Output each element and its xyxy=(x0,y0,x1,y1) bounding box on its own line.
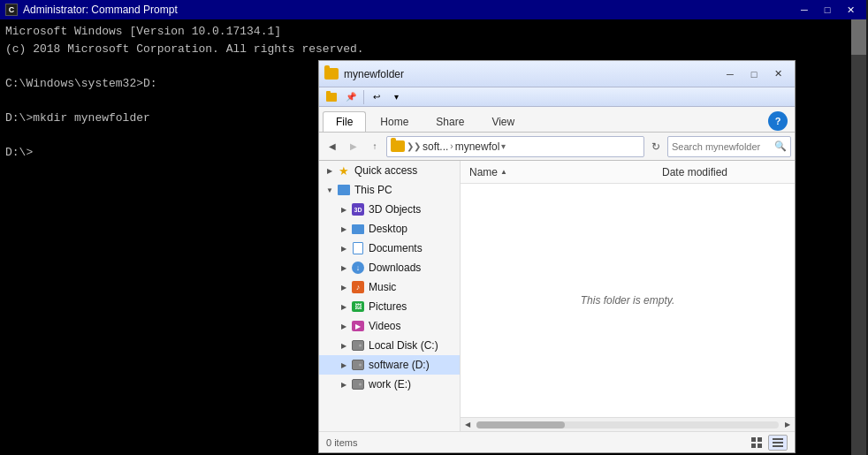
back-button[interactable]: ◀ xyxy=(323,136,342,157)
icon-star: ★ xyxy=(337,163,351,178)
view-buttons xyxy=(747,435,788,451)
tab-view[interactable]: View xyxy=(478,111,528,132)
sidebar-label-downloads: Downloads xyxy=(369,262,421,274)
explorer-title-icon xyxy=(324,68,339,80)
sidebar-item-quick-access[interactable]: ▶★Quick access xyxy=(319,161,460,180)
hscroll-track[interactable] xyxy=(476,421,779,428)
sidebar-label-videos: Videos xyxy=(369,320,400,332)
cmd-close-button[interactable]: ✕ xyxy=(840,2,861,18)
icon-pc xyxy=(337,183,351,197)
path-chevrons: ❯❯ xyxy=(407,141,421,151)
sidebar-item-3d-objects[interactable]: ▶3D3D Objects xyxy=(319,200,460,219)
details-view-icon xyxy=(772,436,784,449)
qat-undo-button[interactable]: ↩ xyxy=(368,89,385,105)
path-part2: mynewfol xyxy=(455,140,500,153)
sidebar-label-software-d: software (D:) xyxy=(369,359,430,371)
svg-rect-1 xyxy=(758,437,762,442)
up-button[interactable]: ↑ xyxy=(365,136,385,157)
explorer-titlebar: mynewfolder ─ □ ✕ xyxy=(319,61,795,87)
explorer-title: mynewfolder xyxy=(344,68,719,80)
qat-dropdown-button[interactable]: ▾ xyxy=(387,89,405,105)
hscroll-thumb[interactable] xyxy=(476,421,565,428)
qat-folder-button[interactable] xyxy=(323,89,340,105)
svg-rect-6 xyxy=(773,445,783,447)
sidebar-item-music[interactable]: ▶♪Music xyxy=(319,277,460,297)
expand-arrow-desktop[interactable]: ▶ xyxy=(339,224,349,234)
sidebar-item-downloads[interactable]: ▶↓Downloads xyxy=(319,258,460,277)
refresh-button[interactable]: ↻ xyxy=(646,136,666,157)
content-header: Name ▲ Date modified xyxy=(461,161,795,184)
sidebar-item-software-d[interactable]: ▶software (D:) xyxy=(319,355,460,375)
expand-arrow-downloads[interactable]: ▶ xyxy=(339,262,349,273)
status-items-count: 0 items xyxy=(326,437,747,448)
sidebar-item-videos[interactable]: ▶▶Videos xyxy=(319,316,460,336)
horizontal-scrollbar[interactable]: ◀ ▶ xyxy=(461,417,795,431)
icon-desktop xyxy=(351,222,365,236)
search-input[interactable] xyxy=(672,141,774,152)
large-icons-view-button[interactable] xyxy=(747,435,766,451)
qat-pin-button[interactable]: 📌 xyxy=(342,89,360,105)
hscroll-right-button[interactable]: ▶ xyxy=(780,418,795,432)
icon-hdd xyxy=(351,338,365,353)
name-column-header[interactable]: Name ▲ xyxy=(469,166,662,178)
sidebar-label-pictures: Pictures xyxy=(369,300,407,313)
svg-rect-5 xyxy=(773,442,783,444)
sidebar-item-this-pc[interactable]: ▼This PC xyxy=(319,180,460,200)
search-icon[interactable]: 🔍 xyxy=(774,140,787,152)
content-area: Name ▲ Date modified This folder is empt… xyxy=(461,161,795,431)
forward-button[interactable]: ▶ xyxy=(344,136,363,157)
content-wrapper: This folder is empty. xyxy=(461,184,795,417)
cmd-maximize-button[interactable]: □ xyxy=(817,2,838,18)
explorer-titlebar-buttons: ─ □ ✕ xyxy=(719,64,789,84)
expand-arrow-3d-objects[interactable]: ▶ xyxy=(339,204,349,215)
sidebar-label-local-disk-c: Local Disk (C:) xyxy=(369,339,438,352)
ribbon: File Home Share View ? xyxy=(319,107,795,133)
sidebar-item-local-disk-c[interactable]: ▶Local Disk (C:) xyxy=(319,336,460,355)
expand-arrow-quick-access[interactable]: ▶ xyxy=(324,165,335,176)
expand-arrow-software-d[interactable]: ▶ xyxy=(339,360,349,370)
path-folder-icon xyxy=(391,140,405,152)
cmd-icon: C xyxy=(5,4,18,16)
name-col-sort: ▲ xyxy=(500,168,507,176)
expand-arrow-pictures[interactable]: ▶ xyxy=(339,301,349,312)
address-bar: ◀ ▶ ↑ ❯❯ soft... › mynewfol ▾ ↻ 🔍 xyxy=(319,133,795,161)
expand-arrow-documents[interactable]: ▶ xyxy=(339,243,349,254)
tab-home[interactable]: Home xyxy=(367,111,422,132)
expand-arrow-work-e[interactable]: ▶ xyxy=(339,379,349,390)
ribbon-tabs: File Home Share View ? xyxy=(319,107,795,132)
details-view-button[interactable] xyxy=(768,435,788,451)
icon-videos: ▶ xyxy=(351,319,365,333)
expand-arrow-videos[interactable]: ▶ xyxy=(339,321,349,331)
sidebar-item-pictures[interactable]: ▶🖼Pictures xyxy=(319,297,460,316)
help-button[interactable]: ? xyxy=(768,111,788,131)
large-icons-view-icon xyxy=(750,436,763,449)
expand-arrow-local-disk-c[interactable]: ▶ xyxy=(339,340,349,351)
expand-arrow-music[interactable]: ▶ xyxy=(339,282,349,292)
sidebar-label-documents: Documents xyxy=(369,242,423,254)
cmd-titlebar-buttons: ─ □ ✕ xyxy=(794,2,861,18)
hscroll-left-button[interactable]: ◀ xyxy=(461,418,475,432)
sidebar-item-work-e[interactable]: ▶work (E:) xyxy=(319,375,460,394)
icon-3d: 3D xyxy=(351,202,365,216)
address-path[interactable]: ❯❯ soft... › mynewfol ▾ xyxy=(386,136,644,157)
status-bar: 0 items xyxy=(319,431,795,452)
sidebar: ▶★Quick access▼This PC▶3D3D Objects▶Desk… xyxy=(319,161,461,431)
sidebar-item-documents[interactable]: ▶Documents xyxy=(319,239,460,258)
explorer-minimize-button[interactable]: ─ xyxy=(719,64,742,84)
search-box[interactable]: 🔍 xyxy=(667,136,791,157)
sidebar-item-desktop[interactable]: ▶Desktop xyxy=(319,219,460,239)
sidebar-label-this-pc: This PC xyxy=(354,184,392,196)
svg-rect-0 xyxy=(751,437,756,442)
path-expand-button[interactable]: ▾ xyxy=(501,141,506,151)
empty-message: This folder is empty. xyxy=(461,184,795,417)
cmd-scrollbar[interactable] xyxy=(851,19,866,455)
tab-share[interactable]: Share xyxy=(423,111,477,132)
expand-arrow-this-pc[interactable]: ▼ xyxy=(324,185,335,195)
tab-file[interactable]: File xyxy=(323,111,366,132)
date-column-header[interactable]: Date modified xyxy=(662,166,786,178)
explorer-maximize-button[interactable]: □ xyxy=(742,64,765,84)
explorer-close-button[interactable]: ✕ xyxy=(766,64,789,84)
cmd-scrollbar-thumb xyxy=(851,19,866,55)
quick-access-toolbar: 📌 ↩ ▾ xyxy=(319,87,795,107)
cmd-minimize-button[interactable]: ─ xyxy=(794,2,815,18)
